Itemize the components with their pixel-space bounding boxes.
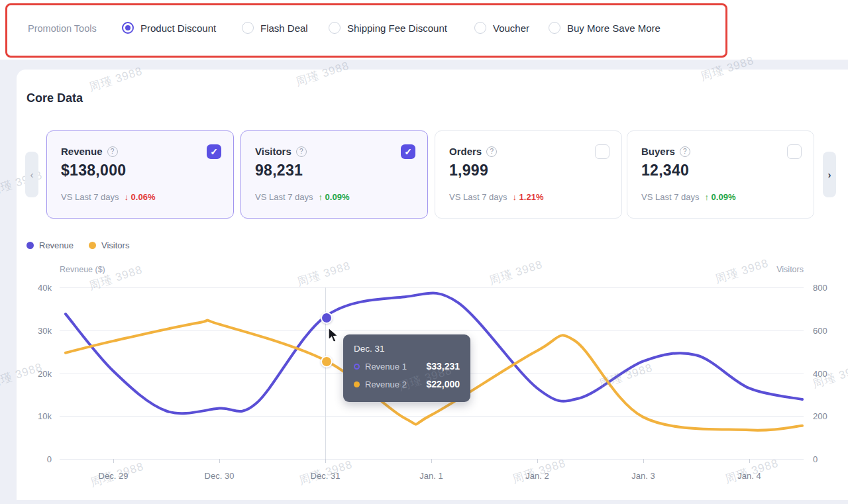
radio-buy-more-save-more[interactable]: Buy More Save More	[549, 22, 661, 34]
promotion-tools-label: Promotion Tools	[28, 23, 97, 34]
help-icon[interactable]: ?	[486, 146, 497, 157]
radio-unselected-icon	[242, 22, 254, 34]
trend-arrow-icon: ↓	[124, 192, 129, 202]
metric-title: Buyers ?	[641, 146, 690, 157]
x-axis-label: Jan. 2	[504, 471, 570, 481]
left-axis-title: Revneue ($)	[60, 265, 105, 274]
legend-dot-visitors-icon	[89, 242, 96, 249]
x-axis-tick	[113, 459, 114, 463]
metric-compare: VS Last 7 days ↑ 0.09%	[255, 192, 349, 202]
right-axis-tick: 800	[813, 283, 827, 293]
trend-arrow-icon: ↓	[512, 192, 517, 202]
chart-tooltip: Dec. 31 Revenue 1 $33,231 Revenue 2 $22,…	[343, 334, 470, 402]
gridline	[60, 416, 804, 417]
tooltip-row: Revenue 1 $33,231	[354, 361, 460, 372]
x-axis-tick	[219, 459, 220, 463]
promotion-tools-bar: Promotion Tools Product Discount Flash D…	[0, 0, 848, 60]
metric-title: Orders ?	[449, 146, 497, 157]
trend-arrow-icon: ↑	[704, 192, 709, 202]
help-icon[interactable]: ?	[296, 146, 307, 157]
x-axis-label: Jan. 1	[398, 471, 464, 481]
revenue2-marker-icon	[354, 381, 360, 387]
metric-checkbox[interactable]	[595, 144, 610, 159]
metric-card-buyers[interactable]: Buyers ? 12,340 VS Last 7 days ↑ 0.09%	[627, 130, 814, 219]
metric-title: Visitors ?	[255, 146, 307, 157]
chevron-left-icon: ‹	[30, 169, 34, 180]
gridline	[60, 287, 804, 288]
metric-checkbox[interactable]: ✓	[401, 144, 415, 159]
x-axis-tick	[431, 459, 432, 463]
radio-unselected-icon	[329, 22, 341, 34]
radio-unselected-icon	[474, 22, 486, 34]
x-axis-label: Dec. 31	[292, 471, 358, 481]
radio-unselected-icon	[549, 22, 560, 34]
metric-card-orders[interactable]: Orders ? 1,999 VS Last 7 days ↓ 1.21%	[435, 130, 622, 219]
radio-product-discount[interactable]: Product Discount	[122, 22, 216, 34]
metric-checkbox[interactable]	[787, 144, 802, 159]
core-data-title: Core Data	[26, 91, 83, 105]
metric-compare: VS Last 7 days ↓ 1.21%	[449, 192, 543, 202]
trend-indicator: ↑ 0.09%	[318, 192, 349, 202]
gridline	[60, 330, 804, 331]
x-axis-label: Dec. 30	[186, 471, 252, 481]
tooltip-value: $22,000	[426, 379, 460, 389]
carousel-prev-button[interactable]: ‹	[25, 152, 38, 197]
help-icon[interactable]: ?	[680, 146, 690, 157]
revenue-data-point[interactable]	[321, 312, 333, 324]
x-axis-tick	[749, 459, 750, 463]
metric-value: $138,000	[61, 162, 126, 179]
x-axis-tick	[537, 459, 538, 463]
radio-voucher[interactable]: Voucher	[474, 22, 529, 34]
metric-value: 12,340	[641, 162, 689, 179]
metric-value: 98,231	[255, 162, 303, 179]
metric-card-revenue[interactable]: Revenue ? ✓ $138,000 VS Last 7 days ↓ 0.…	[46, 130, 234, 219]
chevron-right-icon: ›	[828, 169, 831, 180]
trend-indicator: ↓ 1.21%	[512, 192, 543, 202]
right-axis-tick: 0	[813, 454, 818, 464]
trend-arrow-icon: ↑	[318, 192, 323, 202]
right-axis-tick: 600	[813, 326, 827, 336]
metric-card-visitors[interactable]: Visitors ? ✓ 98,231 VS Last 7 days ↑ 0.0…	[240, 130, 428, 219]
radio-flash-deal[interactable]: Flash Deal	[242, 22, 308, 34]
tooltip-date: Dec. 31	[354, 344, 460, 354]
left-axis-tick: 40k	[13, 283, 52, 293]
left-axis-tick: 20k	[13, 369, 52, 379]
metric-compare: VS Last 7 days ↑ 0.09%	[641, 192, 735, 202]
left-axis-tick: 0	[13, 454, 52, 464]
trend-indicator: ↓ 0.06%	[124, 192, 155, 202]
revenue1-marker-icon	[354, 364, 360, 370]
legend-item-visitors[interactable]: Visitors	[89, 240, 129, 250]
carousel-next-button[interactable]: ›	[823, 152, 836, 197]
legend-dot-revenue-icon	[26, 242, 34, 249]
right-axis-tick: 200	[813, 411, 827, 421]
left-axis-tick: 30k	[13, 326, 52, 336]
visitors-data-point[interactable]	[321, 356, 333, 368]
tooltip-value: $33,231	[426, 361, 460, 372]
metric-compare: VS Last 7 days ↓ 0.06%	[61, 192, 155, 202]
right-axis-title: Visitors	[757, 265, 804, 274]
tooltip-row: Revenue 2 $22,000	[354, 379, 460, 389]
help-icon[interactable]: ?	[107, 146, 118, 157]
x-axis-label: Dec. 29	[80, 471, 146, 481]
x-axis-tick	[325, 459, 326, 463]
left-axis-tick: 10k	[13, 411, 52, 421]
x-axis-label: Jan. 4	[716, 471, 782, 481]
metric-checkbox[interactable]: ✓	[207, 144, 221, 159]
x-axis-label: Jan. 3	[610, 471, 676, 481]
dashboard-screen: Promotion Tools Product Discount Flash D…	[0, 0, 848, 504]
metric-value: 1,999	[449, 162, 488, 179]
radio-selected-icon	[122, 22, 134, 34]
legend-item-revenue[interactable]: Revenue	[26, 240, 74, 250]
x-axis-tick	[643, 459, 644, 463]
right-axis-tick: 400	[813, 369, 827, 379]
trend-indicator: ↑ 0.09%	[704, 192, 735, 202]
metric-title: Revenue ?	[61, 146, 118, 157]
radio-shipping-fee-discount[interactable]: Shipping Fee Discount	[329, 22, 447, 34]
